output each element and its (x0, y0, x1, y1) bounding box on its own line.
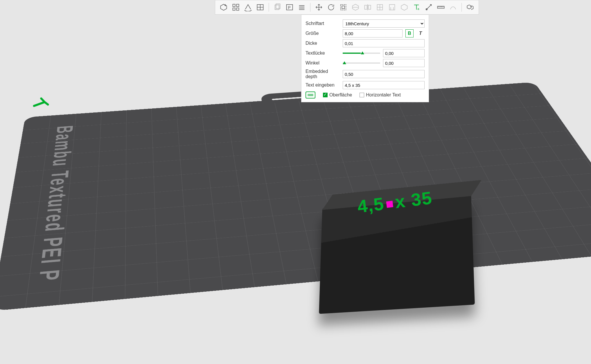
thickness-label: Dicke (306, 41, 340, 46)
tool-support-icon[interactable] (387, 2, 398, 13)
thickness-input[interactable] (343, 39, 425, 47)
tool-splitview-icon[interactable] (255, 2, 266, 13)
tool-add-icon[interactable] (218, 2, 229, 13)
svg-rect-10 (342, 6, 344, 8)
svg-text:a: a (418, 7, 419, 10)
tool-platesetup-icon[interactable]: P (284, 2, 295, 13)
tool-arrange-icon[interactable] (230, 2, 241, 13)
size-input[interactable] (343, 29, 403, 37)
svg-rect-1 (236, 4, 239, 7)
italic-button[interactable]: T (416, 29, 425, 37)
svg-rect-12 (368, 5, 371, 9)
font-label: Schriftart (306, 21, 340, 26)
tool-clone-icon[interactable] (272, 2, 283, 13)
gap-input[interactable] (383, 49, 425, 57)
toolbar-separator (461, 3, 462, 12)
embed-input[interactable] (343, 70, 425, 78)
model-text-right: 35 (410, 187, 433, 210)
tool-ruler-icon[interactable] (435, 2, 446, 13)
angle-label: Winkel (306, 60, 340, 66)
tool-boolean-icon[interactable] (399, 2, 410, 13)
text-tool-panel: Schriftart 18thCentury Größe B T Dicke T… (301, 15, 429, 102)
bold-button[interactable]: B (405, 29, 414, 37)
tool-mirror-icon[interactable] (362, 2, 373, 13)
font-select[interactable]: 18thCentury (343, 19, 425, 28)
tool-mesh-icon[interactable] (374, 2, 385, 13)
text-input[interactable] (343, 81, 425, 89)
svg-rect-2 (233, 8, 235, 10)
toolbar-separator (310, 3, 310, 12)
tool-text-icon[interactable]: a (411, 2, 422, 13)
main-toolbar: P a (215, 0, 479, 15)
tool-autoorient-icon[interactable] (242, 2, 254, 13)
svg-rect-9 (341, 5, 346, 10)
gap-slider[interactable] (343, 53, 380, 54)
tool-scale-icon[interactable] (338, 2, 349, 13)
axis-indicator-icon (31, 93, 52, 113)
model-object[interactable] (319, 194, 475, 314)
svg-rect-17 (437, 6, 444, 8)
horizontal-checkbox[interactable]: Horizontaler Text (360, 92, 401, 98)
tool-cut-icon[interactable] (350, 2, 361, 13)
tool-measure-icon[interactable] (423, 2, 434, 13)
size-label: Größe (306, 31, 340, 36)
svg-rect-3 (236, 8, 239, 10)
angle-slider[interactable] (343, 62, 380, 64)
svg-rect-0 (233, 4, 235, 7)
svg-rect-6 (276, 4, 280, 8)
tool-layers-icon[interactable] (296, 2, 307, 13)
tool-seam-icon[interactable] (448, 2, 459, 13)
tool-move-icon[interactable] (313, 2, 324, 13)
keyboard-icon[interactable] (306, 92, 315, 98)
embed-label: Embeddeddepth (306, 69, 340, 79)
toolbar-separator (269, 3, 269, 12)
tool-assembly-icon[interactable] (465, 2, 476, 13)
text-gizmo-handle-icon[interactable] (386, 201, 394, 208)
svg-rect-11 (365, 5, 367, 9)
model-text-left: 4,5 (356, 193, 385, 217)
text-input-label: Text eingeben (306, 83, 340, 88)
angle-input[interactable] (383, 59, 425, 67)
surface-checkbox[interactable]: Oberfläche (323, 92, 352, 98)
svg-text:P: P (288, 5, 290, 10)
build-plate: Bambu Textured PEI P (0, 82, 591, 311)
tool-rotate-icon[interactable] (326, 2, 337, 13)
gap-label: Textlücke (306, 51, 340, 56)
model-text-x: x (394, 190, 412, 212)
plate-label: Bambu Textured PEI P (33, 125, 78, 283)
svg-rect-5 (275, 5, 279, 10)
viewport-3d[interactable]: Bambu Textured PEI P 4,5x 35 (0, 0, 591, 364)
svg-rect-14 (389, 5, 395, 10)
